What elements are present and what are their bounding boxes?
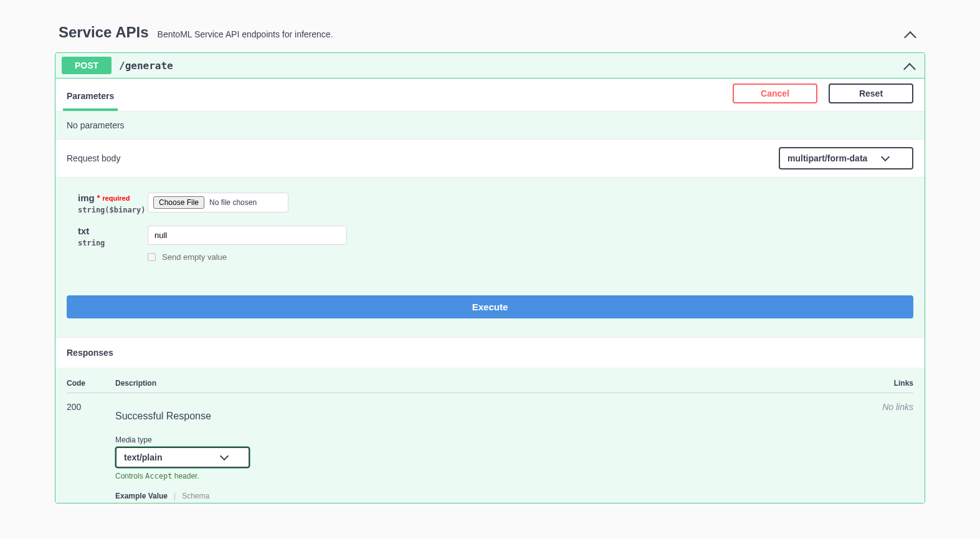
- response-row-200: 200 Successful Response Media type text/…: [67, 393, 913, 503]
- send-empty-checkbox[interactable]: [148, 253, 156, 261]
- tab-parameters[interactable]: Parameters: [63, 85, 118, 111]
- tab-example-value[interactable]: Example Value: [115, 492, 168, 500]
- media-type-value: text/plain: [124, 452, 162, 462]
- request-body-header: Request body multipart/form-data: [55, 139, 925, 178]
- param-type-txt: string: [78, 239, 141, 247]
- reset-button[interactable]: Reset: [829, 83, 913, 103]
- response-links: No links: [863, 402, 913, 503]
- no-parameters-notice: No parameters: [55, 112, 925, 139]
- execute-button[interactable]: Execute: [67, 295, 913, 318]
- col-code: Code: [67, 379, 115, 388]
- param-type-img: string($binary): [78, 206, 141, 214]
- accept-header-note: Controls Accept header.: [115, 472, 863, 480]
- endpoint-path: /generate: [119, 60, 173, 72]
- section-title: Service APIs: [59, 24, 149, 41]
- operation-summary[interactable]: POST /generate: [55, 53, 925, 79]
- cancel-button[interactable]: Cancel: [733, 83, 817, 103]
- request-body-params: img * required string($binary) Choose Fi…: [55, 178, 925, 337]
- section-subtitle: BentoML Service API endpoints for infere…: [158, 29, 333, 39]
- responses-header: Responses: [55, 337, 925, 368]
- section-header[interactable]: Service APIs BentoML Service API endpoin…: [55, 12, 925, 52]
- content-type-value: multipart/form-data: [787, 153, 867, 163]
- chevron-up-icon[interactable]: [903, 62, 916, 72]
- chevron-up-icon[interactable]: [904, 30, 916, 40]
- chevron-down-icon: [221, 452, 227, 462]
- txt-input[interactable]: [148, 226, 347, 245]
- response-description: Successful Response: [115, 411, 863, 422]
- operation-block: POST /generate Parameters Cancel Reset N…: [55, 52, 925, 503]
- col-desc: Description: [115, 379, 863, 388]
- media-type-label: Media type: [115, 436, 863, 444]
- content-type-select[interactable]: multipart/form-data: [779, 147, 913, 169]
- parameters-tab-row: Parameters Cancel Reset: [55, 79, 925, 112]
- param-name-img: img * required: [78, 193, 130, 203]
- chevron-down-icon: [882, 153, 888, 163]
- media-type-select[interactable]: text/plain: [115, 447, 250, 468]
- response-code: 200: [67, 402, 115, 503]
- param-row-txt: txt string Send empty value: [67, 226, 913, 262]
- param-name-txt: txt: [78, 226, 89, 236]
- param-row-img: img * required string($binary) Choose Fi…: [67, 193, 913, 214]
- send-empty-label: Send empty value: [162, 252, 227, 262]
- choose-file-button[interactable]: Choose File: [153, 196, 204, 209]
- required-label: required: [102, 194, 130, 202]
- responses-table-head: Code Description Links: [67, 379, 913, 393]
- http-method-badge: POST: [62, 57, 112, 74]
- tab-divider: |: [174, 492, 176, 500]
- file-status: No file chosen: [209, 198, 257, 207]
- tab-schema[interactable]: Schema: [182, 492, 209, 500]
- request-body-label: Request body: [67, 153, 120, 163]
- file-input[interactable]: Choose File No file chosen: [148, 193, 288, 212]
- responses-body: Code Description Links 200 Successful Re…: [55, 368, 925, 503]
- col-links: Links: [863, 379, 913, 388]
- required-star-icon: *: [97, 194, 100, 203]
